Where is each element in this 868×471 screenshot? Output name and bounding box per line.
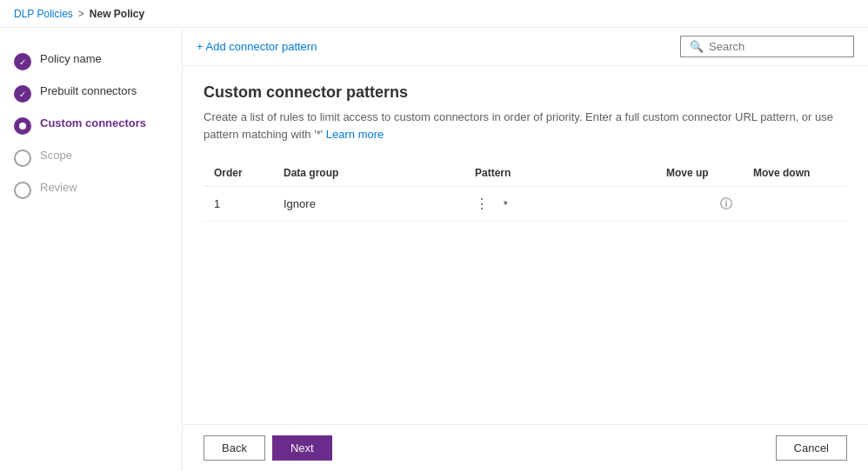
step-icon-prebuilt-connectors: ✓ xyxy=(14,85,31,103)
page-description: Create a list of rules to limit access t… xyxy=(204,109,847,143)
step-icon-scope xyxy=(14,149,31,167)
toolbar: + Add connector pattern 🔍 xyxy=(183,28,868,66)
sidebar-label-custom-connectors: Custom connectors xyxy=(40,116,146,131)
step-icon-review xyxy=(14,182,31,199)
cell-movedown xyxy=(743,187,847,222)
col-header-order: Order xyxy=(204,160,273,187)
sidebar-label-prebuilt-connectors: Prebuilt connectors xyxy=(40,84,137,99)
step-icon-policy-name: ✓ xyxy=(14,53,31,70)
page-title: Custom connector patterns xyxy=(204,83,847,102)
cell-moveup: ⓘ xyxy=(656,187,743,222)
description-text-start: Create a list of rules to limit access t… xyxy=(204,110,833,141)
sidebar-label-policy-name: Policy name xyxy=(40,52,102,67)
cell-order: 1 xyxy=(204,187,273,222)
sidebar: ✓ Policy name ✓ Prebuilt connectors Cust… xyxy=(0,28,183,471)
col-header-datagroup: Data group xyxy=(273,160,464,187)
search-icon: 🔍 xyxy=(690,40,704,53)
breadcrumb-parent[interactable]: DLP Policies xyxy=(14,8,73,20)
step-icon-custom-connectors xyxy=(14,117,31,135)
col-header-movedown: Move down xyxy=(743,160,847,187)
breadcrumb-current: New Policy xyxy=(90,8,144,20)
sidebar-label-scope: Scope xyxy=(40,149,72,163)
info-icon[interactable]: ⓘ xyxy=(720,196,732,210)
pattern-value: * xyxy=(504,198,508,211)
svg-point-0 xyxy=(19,123,26,129)
col-header-moveup: Move up xyxy=(656,160,743,187)
row-context-menu-icon[interactable]: ⋮ xyxy=(475,196,490,211)
footer: Back Next Cancel xyxy=(183,424,868,471)
learn-more-link[interactable]: Learn more xyxy=(326,128,384,141)
sidebar-item-policy-name[interactable]: ✓ Policy name xyxy=(0,45,182,77)
page-content: Custom connector patterns Create a list … xyxy=(183,66,868,424)
cell-datagroup: Ignore xyxy=(273,187,464,222)
add-connector-button[interactable]: + Add connector pattern xyxy=(197,36,317,56)
content-area: + Add connector pattern 🔍 Custom connect… xyxy=(183,28,868,471)
datagroup-value: Ignore xyxy=(284,197,316,210)
table-row: 1 Ignore ⋮ * ⓘ xyxy=(204,187,847,222)
sidebar-item-review[interactable]: Review xyxy=(0,174,182,206)
search-box[interactable]: 🔍 xyxy=(680,36,854,57)
col-header-pattern: Pattern xyxy=(464,160,656,187)
sidebar-label-review: Review xyxy=(40,181,77,196)
top-bar: DLP Policies > New Policy xyxy=(0,0,868,28)
sidebar-item-scope[interactable]: Scope xyxy=(0,142,182,174)
sidebar-item-prebuilt-connectors[interactable]: ✓ Prebuilt connectors xyxy=(0,77,182,109)
main-layout: ✓ Policy name ✓ Prebuilt connectors Cust… xyxy=(0,28,868,471)
next-button[interactable]: Next xyxy=(272,435,332,461)
sidebar-item-custom-connectors[interactable]: Custom connectors xyxy=(0,109,182,142)
breadcrumb-separator: > xyxy=(78,8,84,20)
back-button[interactable]: Back xyxy=(204,435,265,461)
cell-pattern: ⋮ * xyxy=(464,187,656,222)
table-header-row: Order Data group Pattern Move up Move do… xyxy=(204,160,847,187)
connector-table: Order Data group Pattern Move up Move do… xyxy=(204,160,847,222)
search-input[interactable] xyxy=(709,40,845,53)
cancel-button[interactable]: Cancel xyxy=(776,435,847,461)
